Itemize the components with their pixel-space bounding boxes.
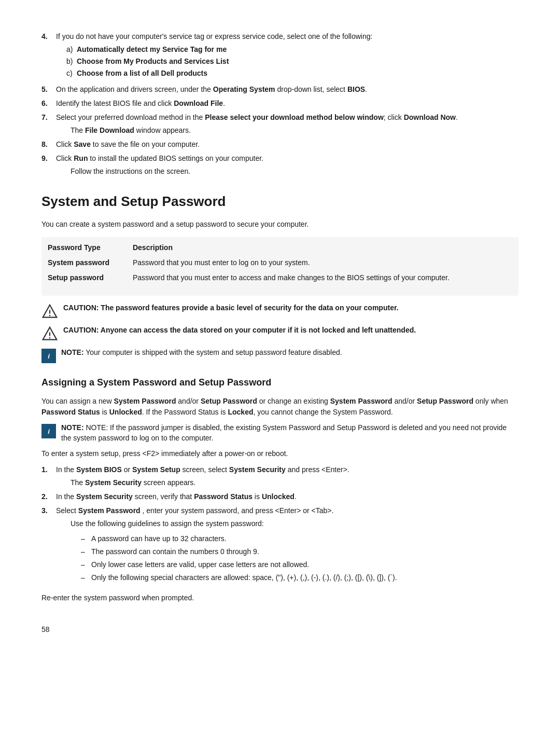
table-row: Setup password Password that you must en… (48, 270, 512, 285)
step-6: 6. Identify the latest BIOS file and cli… (41, 98, 519, 109)
caution-icon-1 (41, 304, 58, 320)
guideline-2: – The password can contain the numbers 0… (81, 546, 519, 557)
step-4: 4. If you do not have your computer's se… (41, 31, 519, 81)
enter-text: To enter a system setup, press <F2> imme… (41, 448, 519, 459)
step-4c: c) Choose from a list of all Dell produc… (66, 68, 519, 79)
col-description: Description (133, 240, 512, 255)
step2-2: 2. In the System Security screen, verify… (41, 491, 519, 502)
caution-text-2: CAUTION: Anyone can access the data stor… (63, 325, 416, 336)
page-number: 58 (41, 624, 519, 635)
step-4b: b) Choose from My Products and Services … (66, 56, 519, 67)
table-row: System password Password that you must e… (48, 255, 512, 270)
caution-icon-2 (41, 326, 58, 342)
step-9: 9. Click Run to install the updated BIOS… (41, 153, 519, 177)
caution-block-2: CAUTION: Anyone can access the data stor… (41, 325, 519, 342)
password-type-setup: Setup password (48, 270, 133, 285)
password-desc-setup: Password that you must enter to access a… (133, 270, 512, 285)
steps-list-2: 1. In the System BIOS or System Setup sc… (41, 464, 519, 587)
note-icon-2: i (41, 424, 56, 438)
table-header-row: Password Type Description (48, 240, 512, 255)
password-desc-system: Password that you must enter to log on t… (133, 255, 512, 270)
password-type-system: System password (48, 255, 133, 270)
note-block-1: i NOTE: Your computer is shipped with th… (41, 348, 519, 363)
step-7: 7. Select your preferred download method… (41, 112, 519, 136)
guideline-3: – Only lower case letters are valid, upp… (81, 559, 519, 570)
caution-block-1: CAUTION: The password features provide a… (41, 303, 519, 320)
svg-point-5 (49, 337, 51, 339)
steps-list-top: 4. If you do not have your computer's se… (41, 31, 519, 177)
note-text-1: NOTE: Your computer is shipped with the … (61, 348, 342, 358)
guideline-1: – A password can have up to 32 character… (81, 533, 519, 544)
note-block-2: i NOTE: NOTE: If the password jumper is … (41, 423, 519, 443)
guidelines-list: – A password can have up to 32 character… (81, 533, 519, 583)
note-text-2: NOTE: NOTE: If the password jumper is di… (61, 423, 519, 443)
step-4-sub: a) Automatically detect my Service Tag f… (66, 44, 519, 79)
step2-1: 1. In the System BIOS or System Setup sc… (41, 464, 519, 488)
step-8: 8. Click Save to save the file on your c… (41, 139, 519, 150)
step-5: 5. On the application and drivers screen… (41, 84, 519, 95)
assign-intro-paragraph: You can assign a new System Password and… (41, 396, 519, 418)
step-4c-text: Choose from a list of all Dell products (77, 68, 207, 79)
section-intro: You can create a system password and a s… (41, 219, 519, 230)
caution-text-1: CAUTION: The password features provide a… (63, 303, 398, 313)
password-table: Password Type Description System passwor… (48, 240, 512, 285)
password-table-wrapper: Password Type Description System passwor… (41, 237, 519, 296)
guideline-4: – Only the following special characters … (81, 572, 519, 583)
subsection-title: Assigning a System Password and Setup Pa… (41, 376, 519, 390)
step-4a: a) Automatically detect my Service Tag f… (66, 44, 519, 55)
svg-point-2 (49, 315, 51, 316)
note-icon-1: i (41, 349, 56, 363)
section-title: System and Setup Password (41, 191, 519, 212)
step-4-text: If you do not have your computer's servi… (56, 32, 372, 40)
step-4b-text: Choose from My Products and Services Lis… (77, 56, 229, 67)
reenter-text: Re-enter the system password when prompt… (41, 593, 519, 603)
col-password-type: Password Type (48, 240, 133, 255)
svg-text:i: i (48, 428, 50, 435)
step2-3: 3. Select System Password , enter your s… (41, 505, 519, 587)
step-4a-text: Automatically detect my Service Tag for … (77, 44, 227, 55)
svg-text:i: i (48, 352, 50, 360)
